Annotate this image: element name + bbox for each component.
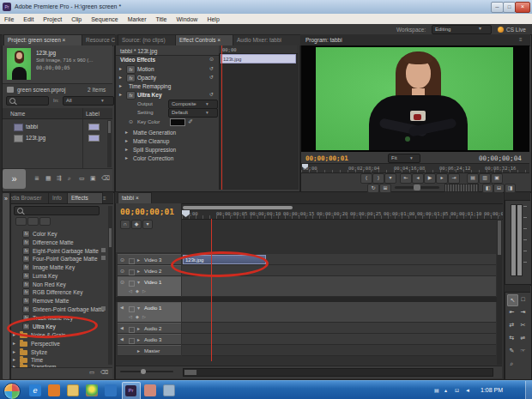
keyframe-add-icon[interactable]: ◆ (136, 315, 139, 319)
eyedropper-icon[interactable]: ✐ (188, 118, 193, 124)
hand-tool[interactable]: ☞ (518, 346, 528, 356)
in-dropdown-arrow[interactable]: ▾ (101, 98, 104, 104)
expand-track-icon[interactable]: ▸ (137, 326, 140, 331)
tray-network-icon[interactable]: ⊡ (455, 388, 459, 394)
export-frame-button[interactable]: ▣ (491, 173, 503, 184)
tab-project[interactable]: Project: green screen × (3, 34, 84, 45)
track-lane-master[interactable] (182, 345, 496, 356)
set-marker-button[interactable]: ▾ (142, 220, 153, 229)
tab-source[interactable]: Source: (no clips) (118, 34, 179, 45)
effects-on-icon[interactable]: ⊙ (209, 57, 214, 62)
ecp-time-remapping[interactable]: Time Remapping (129, 83, 171, 90)
track-header-video1[interactable]: ⊙ ▾ Video 1 ◁ ◆ ▷ (118, 276, 181, 297)
tray-keyboard-icon[interactable]: ▤ (434, 388, 439, 394)
maximize-button[interactable]: □ (503, 2, 516, 13)
project-preview-thumbnail[interactable] (7, 48, 31, 80)
track-header-audio3[interactable]: ◀ ▸ Audio 3 (118, 334, 181, 345)
effects-search-input[interactable] (14, 206, 100, 215)
effect-difference-matte[interactable]: Difference Matte (33, 239, 74, 246)
jog-disk[interactable] (444, 184, 479, 192)
reset-icon[interactable]: ↺ (209, 66, 214, 71)
ripple-edit-tool[interactable]: ⇤ (507, 307, 517, 317)
effects-scrollbar[interactable] (108, 206, 112, 365)
stopwatch-icon[interactable]: ⊙ (129, 119, 133, 124)
ecp-ultra-key[interactable]: Ultra Key (137, 92, 162, 99)
timeline-hscrollbar[interactable] (183, 368, 493, 377)
setting-dropdown[interactable]: Default (168, 108, 218, 118)
effect-eight-point-garbage-matte[interactable]: Eight-Point Garbage Matte (33, 248, 99, 255)
label-swatch-tabbi[interactable] (88, 124, 100, 130)
taskbar-app8-icon[interactable] (163, 384, 175, 396)
program-zoom-arrow[interactable]: ▾ (410, 155, 413, 161)
cs-live-button[interactable]: CS Live (506, 27, 526, 33)
mark-out-button[interactable]: } (372, 173, 384, 184)
automate-to-sequence-icon[interactable]: ⇶ (57, 175, 62, 181)
track-header-audio1[interactable]: ◀ ▾ Audio 1 ◁ ◆ ▷ (118, 302, 181, 323)
workspace-dropdown[interactable]: Editing (432, 25, 492, 34)
add-marker-button[interactable]: ▾ (384, 173, 396, 184)
list-view-icon[interactable]: ≣ (34, 175, 39, 181)
folder-stylize[interactable]: Stylize (31, 349, 47, 356)
delete-icon[interactable]: ⌫ (100, 370, 108, 376)
toggle-track-output-icon[interactable]: ⊙ (120, 269, 124, 274)
track-lock-icon[interactable] (129, 269, 135, 275)
toggle-track-output-icon[interactable]: ⊙ (120, 257, 124, 263)
matte-cleanup-expand-icon[interactable]: ▸ (125, 138, 128, 143)
toggle-track-output-icon[interactable]: ◀ (120, 337, 124, 342)
expand-dock-button[interactable]: » (3, 169, 26, 189)
project-bin-name[interactable]: green screen.prproj (17, 87, 65, 94)
filter-32bit-button[interactable] (27, 217, 39, 226)
step-back-button[interactable]: ◂ (412, 173, 424, 184)
opacity-expand-icon[interactable]: ▸ (119, 75, 122, 80)
track-lock-icon[interactable] (129, 327, 135, 333)
tab-effect-controls[interactable]: Effect Controls × (175, 34, 237, 45)
close-button[interactable]: × (515, 2, 530, 13)
icon-view-icon[interactable]: ▦ (45, 175, 51, 181)
rolling-edit-tool[interactable]: ⇥ (518, 307, 528, 317)
start-button[interactable] (3, 383, 21, 399)
keyframe-prev-icon[interactable]: ◁ (129, 315, 132, 319)
motion-expand-icon[interactable]: ▸ (119, 66, 122, 71)
set-encore-marker-button[interactable]: ◆ (131, 220, 142, 229)
title-bar[interactable]: Pr Adobe Premiere Pro - H:\green screen … (0, 0, 532, 15)
menu-edit[interactable]: Edit (23, 16, 33, 22)
menu-help[interactable]: Help (207, 16, 219, 22)
track-lane-audio3[interactable] (182, 334, 496, 345)
project-item-123t[interactable]: 123t.jpg (26, 135, 45, 142)
program-ruler[interactable]: 00;00 00;02;08;04 00;04;16;08 00;06;24;1… (301, 163, 529, 173)
work-area-bar[interactable] (183, 206, 293, 209)
minimize-button[interactable]: ─ (491, 2, 504, 13)
folder-expand-icon[interactable]: ▸ (13, 357, 15, 362)
tray-show-hidden-icon[interactable]: ▴ (444, 388, 447, 394)
effects-panel-menu-icon[interactable]: ≡ (103, 196, 106, 201)
color-correction-expand-icon[interactable]: ▸ (125, 155, 128, 160)
collapsed-dock-strip[interactable]: » (2, 192, 10, 380)
ecp-color-correction[interactable]: Color Correction (133, 155, 173, 162)
keyframe-next-icon[interactable]: ▷ (142, 315, 146, 319)
expand-track-icon[interactable]: ▸ (137, 257, 140, 263)
column-name[interactable]: Name (10, 111, 25, 118)
clear-icon[interactable]: ⌫ (101, 175, 110, 181)
effect-luma-key[interactable]: Luma Key (33, 273, 57, 280)
go-to-in-button[interactable]: ⇤ (400, 173, 412, 184)
collapse-track-icon[interactable]: ▾ (137, 280, 140, 285)
tab-media-browser[interactable]: Media Browser (10, 192, 50, 203)
ecp-opacity[interactable]: Opacity (137, 75, 156, 82)
go-to-out-button[interactable]: ⇥ (448, 173, 460, 184)
effect-four-point-garbage-matte[interactable]: Four-Point Garbage Matte (33, 256, 98, 263)
taskbar-folder-icon[interactable] (67, 384, 79, 396)
razor-tool[interactable]: ✂ (518, 320, 528, 330)
project-scrollbar[interactable] (107, 120, 112, 167)
tab-program[interactable]: Program: tabbi (305, 37, 342, 44)
output-dropdown-arrow[interactable]: ▾ (206, 101, 209, 107)
tab-timeline-tabbi[interactable]: tabbi × (118, 192, 152, 203)
menu-sequence[interactable]: Sequence (91, 16, 118, 22)
timeline-playhead-line[interactable] (211, 219, 212, 361)
effect-image-matte-key[interactable]: Image Matte Key (33, 264, 75, 271)
toggle-track-output-icon[interactable]: ◀ (120, 326, 124, 330)
folder-expand-icon[interactable]: ▸ (13, 349, 15, 354)
menu-title[interactable]: Title (156, 16, 167, 22)
time-remapping-expand-icon[interactable]: ▸ (119, 83, 122, 88)
tab-effects[interactable]: Effects (67, 192, 103, 203)
track-lane-audio2[interactable] (182, 323, 496, 334)
